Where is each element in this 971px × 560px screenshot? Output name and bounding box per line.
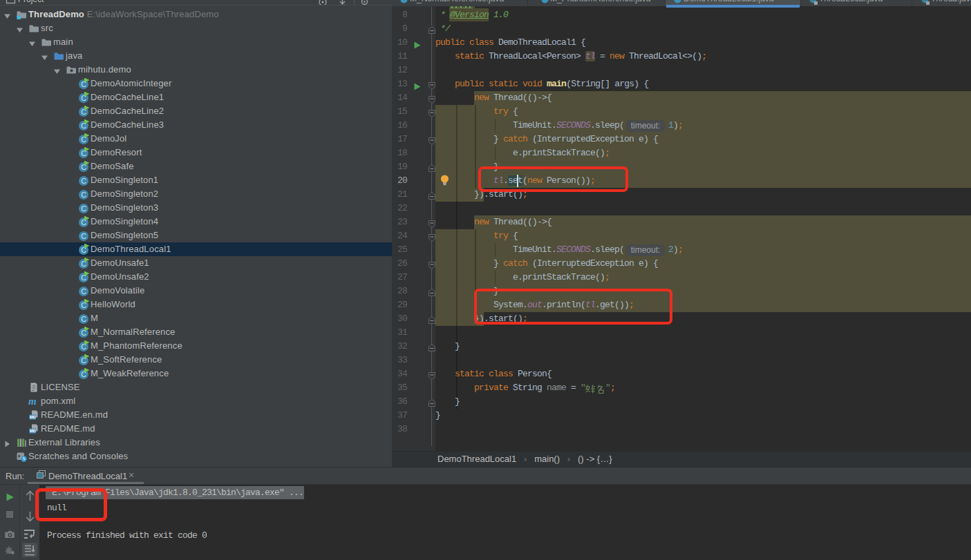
- svg-text:C: C: [81, 177, 86, 185]
- svg-text:MD: MD: [30, 415, 36, 419]
- svg-text:C: C: [81, 191, 86, 199]
- svg-text:C: C: [81, 287, 86, 296]
- svg-text:MD: MD: [30, 429, 36, 433]
- svg-text:C: C: [81, 232, 86, 240]
- svg-text:C: C: [81, 315, 86, 323]
- svg-text:C: C: [81, 204, 86, 213]
